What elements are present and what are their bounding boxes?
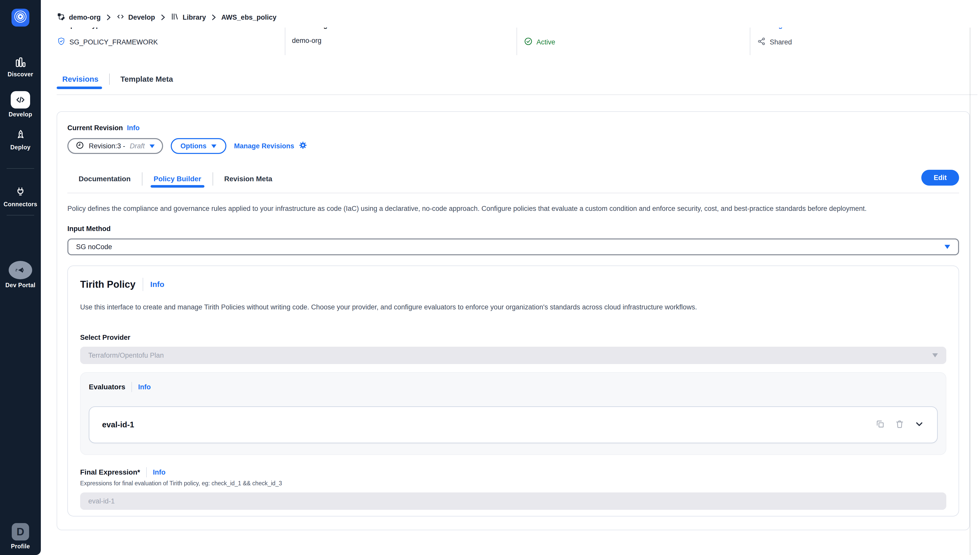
options-button[interactable]: Options [171,138,226,154]
check-circle-icon [524,37,533,48]
sidebar-item-label: Dev Portal [5,282,35,289]
title-divider [143,278,143,291]
chevron-right-icon [211,14,217,21]
sidebar-item-label: Develop [9,111,32,118]
bar-chart-icon [14,56,27,68]
tab-revisions[interactable]: Revisions [57,75,104,83]
trash-icon [895,419,905,431]
tab-policy-builder[interactable]: Policy Builder [143,175,213,183]
final-expression-input [80,492,946,510]
sidebar-item-profile[interactable]: D Profile [0,523,41,550]
library-icon [170,12,179,23]
sidebar-item-label: Discover [8,71,33,78]
caret-down-icon [211,142,217,150]
status-badge: Active [536,38,555,46]
breadcrumb: demo-org Develop [41,0,980,27]
tabs-underline-divider [57,95,977,95]
caret-down-icon [932,351,938,359]
org-hierarchy-icon [57,12,65,23]
sidebar-item-discover[interactable]: Discover [8,56,33,78]
select-provider-value: Terraform/Opentofu Plan [88,351,164,359]
revision-card: Current Revision Info Revision:3 - Draft [57,111,970,530]
tirith-policy-card: Tirith Policy Info Use this interface to… [67,266,959,517]
label-divider [146,467,147,477]
breadcrumb-item-demo-org[interactable]: demo-org [57,12,101,23]
avatar: D [12,523,29,541]
sidebar-item-dev-portal[interactable]: Dev Portal [5,261,35,289]
policy-description: Policy defines the compliance and govern… [67,204,959,213]
sidebar-item-deploy[interactable]: Deploy [10,129,30,151]
tirith-description: Use this interface to create and manage … [80,303,946,311]
breadcrumb-item-library[interactable]: Library [170,12,206,23]
revision-selector-dropdown[interactable]: Revision:3 - Draft [67,138,163,154]
concentric-circles-logo-icon [14,10,27,25]
edit-button[interactable]: Edit [921,170,959,186]
chevron-down-icon [914,419,924,431]
sidebar-item-label: Connectors [3,201,37,208]
breadcrumb-label: demo-org [69,13,101,21]
label-divider [131,382,132,392]
final-expression-label: Final Expression* [80,468,140,476]
tirith-info-link[interactable]: Info [151,280,164,289]
delete-evaluator-button[interactable] [895,419,905,431]
tab-documentation[interactable]: Documentation [67,175,142,183]
caret-down-icon [149,142,155,150]
final-expression-helper: Expressions for final evaluation of Tiri… [80,480,946,487]
plug-icon [14,186,27,198]
app-logo[interactable] [11,9,29,27]
revision-status: Draft [130,142,145,150]
breadcrumb-item-develop[interactable]: Develop [116,12,155,23]
tab-template-meta[interactable]: Template Meta [115,75,179,83]
caret-down-icon [944,243,950,251]
shield-check-icon [57,37,66,48]
clock-icon [75,141,84,151]
final-expression-info-link[interactable]: Info [153,468,165,476]
revision-subtabs: Documentation Policy Builder Revision Me… [67,171,959,187]
input-method-select[interactable]: SG noCode [67,239,959,255]
revision-selector-value: Revision:3 - [89,142,125,150]
sidebar-item-develop[interactable]: Develop [9,91,32,118]
rocket-icon [14,129,27,141]
select-provider-label: Select Provider [80,334,946,342]
evaluators-info-link[interactable]: Info [138,383,151,391]
manage-revisions-link[interactable]: Manage Revisions [234,141,307,152]
input-method-label: Input Method [67,225,959,233]
evaluators-label: Evaluators [89,383,125,391]
sidebar-item-label: Deploy [10,144,30,151]
evaluators-panel: Evaluators Info eval-id-1 [80,372,946,455]
copy-evaluator-button[interactable] [875,419,885,431]
sidebar-item-connectors[interactable]: Connectors [3,186,37,208]
sidebar-divider [6,215,34,215]
options-button-label: Options [181,142,207,150]
sidebar-item-label: Profile [11,543,30,550]
sidebar-divider [6,168,34,169]
field-value: SG_POLICY_FRAMEWORK [69,38,158,46]
current-revision-label: Current Revision [67,124,123,132]
chevron-right-icon [160,14,166,21]
chevron-right-icon [106,14,112,21]
main-content: demo-org Develop [41,0,980,555]
input-method-value: SG noCode [76,243,112,251]
rocket-badge-icon [9,261,32,279]
code-icon [116,12,125,23]
code-icon [11,91,30,109]
breadcrumb-label: Develop [128,13,155,21]
top-tabs: Revisions Template Meta [57,71,980,88]
breadcrumb-label: AWS_ebs_policy [221,13,276,21]
evaluator-row[interactable]: eval-id-1 [89,406,938,443]
select-provider-select: Terraform/Opentofu Plan [80,346,946,364]
copy-icon [875,419,885,431]
breadcrumb-label: Library [183,13,206,21]
breadcrumb-item-current-page: AWS_ebs_policy [221,13,276,21]
current-revision-info-link[interactable]: Info [127,124,139,132]
app-window: Discover Develop Deploy [0,0,980,555]
scrollbar-track[interactable] [970,0,970,555]
field-value: demo-org [292,37,322,45]
subtabs-underline-divider [67,193,959,193]
tab-divider [109,74,110,85]
gear-icon [298,141,307,152]
manage-revisions-label: Manage Revisions [234,142,294,150]
tab-revision-meta[interactable]: Revision Meta [213,175,283,183]
evaluator-id: eval-id-1 [102,420,134,429]
expand-evaluator-button[interactable] [914,419,924,431]
